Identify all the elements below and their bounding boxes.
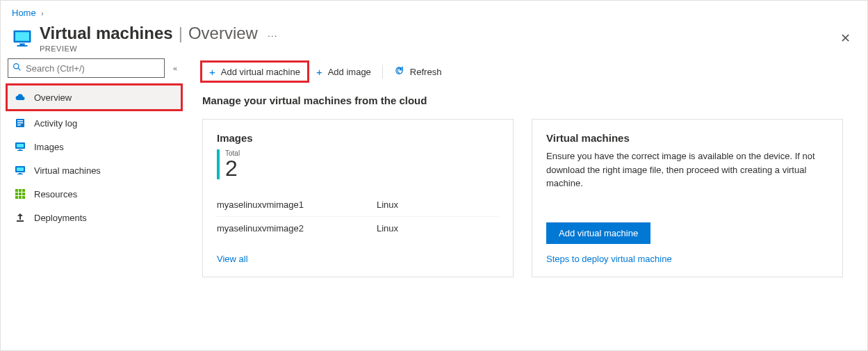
card-title: Images xyxy=(217,132,499,144)
plus-icon: + xyxy=(316,66,322,78)
plus-icon: + xyxy=(209,66,215,78)
svg-rect-17 xyxy=(17,174,23,174)
svg-rect-8 xyxy=(17,122,23,124)
page-title: Virtual machines xyxy=(40,24,173,43)
sidebar-item-label: Activity log xyxy=(34,118,77,129)
add-vm-primary-button[interactable]: Add virtual machine xyxy=(546,222,650,244)
grid-icon xyxy=(15,188,26,199)
cloud-icon xyxy=(15,92,26,103)
svg-rect-2 xyxy=(19,44,25,46)
sidebar-item-label: Deployments xyxy=(34,213,87,223)
vm-card-description: Ensure you have the correct image is ava… xyxy=(546,149,828,209)
total-count-block: Total 2 xyxy=(217,149,499,179)
sidebar-item-label: Overview xyxy=(34,92,72,103)
svg-rect-11 xyxy=(17,144,24,147)
sidebar-item-activity-log[interactable]: Activity log xyxy=(8,111,184,135)
search-input-wrapper[interactable] xyxy=(8,58,165,78)
sidebar-item-deployments[interactable]: Deployments xyxy=(8,206,184,229)
svg-rect-25 xyxy=(19,196,22,199)
close-icon[interactable]: ✕ xyxy=(835,26,856,50)
svg-rect-15 xyxy=(17,168,24,171)
svg-rect-1 xyxy=(15,32,29,41)
sidebar-item-label: Resources xyxy=(34,189,77,199)
total-count: 2 xyxy=(225,157,240,179)
svg-rect-26 xyxy=(22,196,25,199)
svg-rect-7 xyxy=(17,120,23,122)
table-row[interactable]: myaselinuxvmimage1 Linux xyxy=(217,193,499,217)
more-menu-icon[interactable]: ··· xyxy=(268,30,278,41)
sidebar-item-virtual-machines[interactable]: Virtual machines xyxy=(8,158,184,182)
page-subtitle: Overview xyxy=(188,24,258,43)
breadcrumb-home[interactable]: Home xyxy=(12,8,36,18)
svg-rect-19 xyxy=(19,189,22,192)
sidebar-item-resources[interactable]: Resources xyxy=(8,182,184,206)
table-row[interactable]: myaselinuxvmimage2 Linux xyxy=(217,217,499,240)
collapse-sidebar-icon[interactable]: « xyxy=(173,64,181,72)
svg-rect-18 xyxy=(15,189,18,192)
svg-rect-23 xyxy=(22,193,25,195)
svg-point-4 xyxy=(14,64,19,69)
svg-line-5 xyxy=(18,68,20,70)
breadcrumb: Home › xyxy=(1,1,867,21)
images-card: Images Total 2 myaselinuxvmimage1 Linux … xyxy=(202,119,514,277)
sidebar: « Overview Activity log Images xyxy=(1,58,184,351)
log-icon xyxy=(15,117,26,129)
virtual-machine-icon xyxy=(12,28,33,49)
svg-rect-24 xyxy=(15,196,18,199)
refresh-icon xyxy=(394,65,404,78)
search-input[interactable] xyxy=(26,63,160,74)
section-heading: Manage your virtual machines from the cl… xyxy=(202,95,849,106)
add-vm-button[interactable]: + Add virtual machine xyxy=(200,60,309,83)
svg-rect-3 xyxy=(17,45,28,47)
upload-icon xyxy=(15,212,26,223)
svg-rect-16 xyxy=(19,173,22,174)
refresh-button[interactable]: Refresh xyxy=(387,60,449,83)
chevron-right-icon: › xyxy=(41,10,43,17)
card-title: Virtual machines xyxy=(546,132,828,144)
search-icon xyxy=(13,63,22,74)
add-image-button[interactable]: + Add image xyxy=(309,60,378,83)
toolbar: + Add virtual machine + Add image Refres… xyxy=(202,58,849,85)
monitor-icon xyxy=(15,141,26,152)
svg-rect-21 xyxy=(15,193,18,195)
sidebar-item-label: Images xyxy=(34,142,64,152)
sidebar-item-images[interactable]: Images xyxy=(8,135,184,158)
steps-link[interactable]: Steps to deploy virtual machine xyxy=(546,254,828,264)
vm-icon xyxy=(15,165,26,176)
svg-rect-9 xyxy=(17,124,21,126)
svg-rect-13 xyxy=(17,150,23,151)
sidebar-item-label: Virtual machines xyxy=(34,165,101,176)
svg-rect-22 xyxy=(19,193,22,195)
sidebar-item-overview[interactable]: Overview xyxy=(8,85,181,109)
preview-badge: PREVIEW xyxy=(40,44,835,53)
view-all-link[interactable]: View all xyxy=(217,254,248,264)
svg-rect-27 xyxy=(17,220,24,222)
svg-rect-12 xyxy=(19,149,22,150)
vm-card: Virtual machines Ensure you have the cor… xyxy=(532,119,843,277)
svg-rect-20 xyxy=(22,189,25,192)
